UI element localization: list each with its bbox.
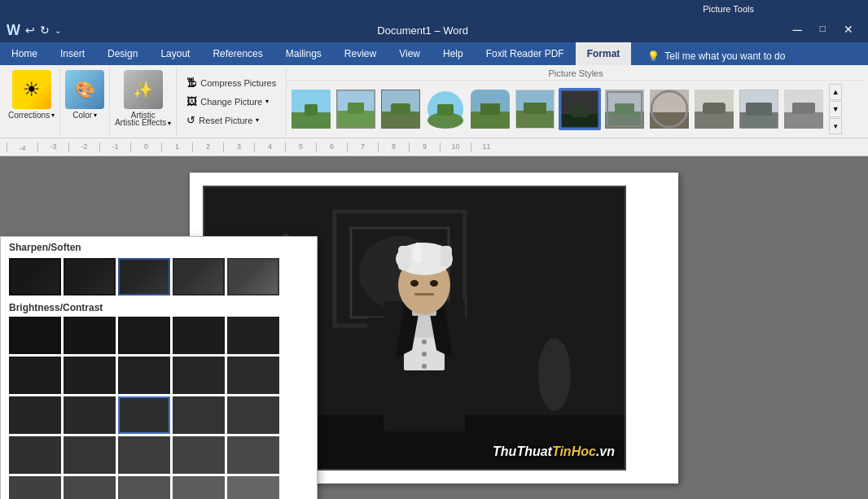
undo-btn[interactable]: ↩ bbox=[25, 24, 35, 37]
tab-bar: Home Insert Design Layout References Mai… bbox=[0, 42, 868, 65]
style-8[interactable] bbox=[603, 88, 646, 130]
svg-rect-5 bbox=[348, 103, 364, 114]
style-7[interactable] bbox=[559, 88, 601, 130]
bc-thumb-5-5[interactable] bbox=[227, 476, 279, 499]
color-group[interactable]: 🎨 Color ▾ bbox=[60, 67, 110, 136]
tell-me-text[interactable]: Tell me what you want to do bbox=[664, 50, 785, 62]
sharpen-thumb-2[interactable] bbox=[64, 258, 116, 295]
sharpen-thumb-4[interactable] bbox=[173, 258, 225, 295]
bc-thumb-2-1[interactable] bbox=[9, 357, 61, 394]
bc-thumb-1-5[interactable] bbox=[227, 317, 279, 354]
compress-icon: 🗜 bbox=[186, 77, 197, 89]
artistic-effects-group[interactable]: ✨ Artistic Artistic Effects ▾ bbox=[110, 67, 177, 136]
tab-review[interactable]: Review bbox=[333, 42, 388, 65]
sharpen-thumb-1[interactable] bbox=[9, 258, 61, 295]
bc-thumb-5-3[interactable] bbox=[118, 476, 170, 499]
picture-tools-label: Picture Tools bbox=[686, 2, 770, 15]
ruler-mark: 11 bbox=[471, 142, 502, 152]
minimize-btn[interactable]: ─ bbox=[784, 21, 809, 39]
ribbon: ☀ Corrections ▾ 🎨 Color ▾ ✨ Artistic bbox=[0, 65, 868, 138]
styles-scroll-up[interactable]: ▲ bbox=[829, 84, 842, 100]
bc-thumb-5-1[interactable] bbox=[9, 476, 61, 499]
svg-rect-74 bbox=[458, 317, 481, 391]
tab-format[interactable]: Format bbox=[576, 42, 632, 65]
tell-me-area[interactable]: 💡 Tell me what you want to do bbox=[638, 47, 795, 65]
style-12[interactable] bbox=[783, 88, 825, 130]
bc-thumb-4-1[interactable] bbox=[9, 436, 61, 474]
ruler-mark: -2 bbox=[68, 142, 99, 152]
bc-thumb-1-1[interactable] bbox=[9, 317, 61, 354]
tab-help[interactable]: Help bbox=[432, 42, 475, 65]
compress-label: Compress Pictures bbox=[200, 78, 276, 88]
ruler: -4 -3 -2 -1 0 1 2 3 4 5 6 7 8 9 10 11 bbox=[0, 138, 868, 156]
tab-layout[interactable]: Layout bbox=[149, 42, 201, 65]
bc-thumb-3-1[interactable] bbox=[9, 396, 61, 434]
svg-point-72 bbox=[422, 364, 427, 369]
change-picture-btn[interactable]: 🖼 Change Picture ▾ bbox=[183, 94, 279, 109]
tab-design[interactable]: Design bbox=[96, 42, 149, 65]
corrections-group[interactable]: ☀ Corrections ▾ bbox=[3, 67, 60, 136]
maximize-btn[interactable]: □ bbox=[812, 21, 834, 39]
svg-rect-43 bbox=[784, 112, 823, 129]
app-container: Picture Tools W ↩ ↻ ⌄ Document1 – Word ─… bbox=[0, 0, 868, 499]
svg-rect-65 bbox=[428, 244, 438, 267]
effects-label2: Artistic Effects bbox=[115, 118, 166, 127]
styles-scroll-down[interactable]: ▼ bbox=[829, 101, 842, 117]
svg-rect-69 bbox=[414, 293, 434, 295]
styles-scroll-more[interactable]: ▾ bbox=[829, 118, 842, 134]
bc-thumb-2-3[interactable] bbox=[118, 357, 170, 394]
bc-thumb-3-3[interactable] bbox=[118, 396, 170, 434]
style-4[interactable] bbox=[424, 88, 467, 130]
bc-thumb-1-4[interactable] bbox=[173, 317, 225, 354]
ruler-mark: 7 bbox=[347, 142, 378, 152]
ruler-mark: 5 bbox=[285, 142, 316, 152]
bc-thumb-4-3[interactable] bbox=[118, 436, 170, 474]
svg-rect-36 bbox=[695, 112, 734, 129]
style-6[interactable] bbox=[514, 88, 556, 130]
bc-thumb-4-5[interactable] bbox=[227, 436, 279, 474]
close-btn[interactable]: ✕ bbox=[835, 21, 861, 39]
style-2[interactable] bbox=[335, 88, 377, 130]
bc-thumb-5-4[interactable] bbox=[173, 476, 225, 499]
bc-thumb-2-2[interactable] bbox=[64, 357, 116, 394]
bc-thumb-2-5[interactable] bbox=[227, 357, 279, 394]
sharpen-thumb-3[interactable] bbox=[118, 258, 170, 295]
sharpen-thumb-5[interactable] bbox=[227, 258, 279, 295]
style-11[interactable] bbox=[738, 88, 780, 130]
lightbulb-icon: 💡 bbox=[647, 50, 660, 62]
bc-thumb-1-2[interactable] bbox=[64, 317, 116, 354]
bc-thumb-3-5[interactable] bbox=[227, 396, 279, 434]
bc-thumb-3-2[interactable] bbox=[64, 396, 116, 434]
tab-insert[interactable]: Insert bbox=[49, 42, 96, 65]
style-3[interactable] bbox=[379, 88, 422, 130]
color-arrow: ▾ bbox=[94, 112, 97, 119]
change-label: Change Picture bbox=[200, 97, 262, 107]
quick-access-btn[interactable]: ⌄ bbox=[55, 26, 61, 35]
title-text: Document1 – Word bbox=[377, 24, 468, 37]
picture-options-group: 🗜 Compress Pictures 🖼 Change Picture ▾ ↺… bbox=[177, 67, 287, 136]
ruler-mark: 9 bbox=[409, 142, 440, 152]
style-9[interactable] bbox=[648, 88, 690, 130]
bc-thumb-2-4[interactable] bbox=[173, 357, 225, 394]
bc-thumb-5-2[interactable] bbox=[64, 476, 116, 499]
style-10[interactable] bbox=[693, 88, 735, 130]
svg-rect-30 bbox=[615, 103, 634, 115]
svg-point-70 bbox=[422, 339, 427, 344]
tab-references[interactable]: References bbox=[201, 42, 274, 65]
ruler-mark: -1 bbox=[99, 142, 130, 152]
bc-thumb-1-3[interactable] bbox=[118, 317, 170, 354]
tab-foxit[interactable]: Foxit Reader PDF bbox=[475, 42, 576, 65]
redo-btn[interactable]: ↻ bbox=[40, 24, 50, 37]
tab-view[interactable]: View bbox=[388, 42, 432, 65]
reset-picture-btn[interactable]: ↺ Reset Picture ▾ bbox=[183, 112, 279, 128]
svg-rect-37 bbox=[703, 103, 726, 114]
bc-thumb-3-4[interactable] bbox=[173, 396, 225, 434]
tab-mailings[interactable]: Mailings bbox=[274, 42, 333, 65]
bc-thumb-4-2[interactable] bbox=[64, 436, 116, 474]
tab-home[interactable]: Home bbox=[0, 42, 49, 65]
style-1[interactable] bbox=[290, 88, 332, 130]
picture-styles-label: Picture Styles bbox=[287, 67, 865, 81]
bc-thumb-4-4[interactable] bbox=[173, 436, 225, 474]
compress-btn[interactable]: 🗜 Compress Pictures bbox=[183, 75, 279, 90]
style-5[interactable] bbox=[469, 88, 511, 130]
